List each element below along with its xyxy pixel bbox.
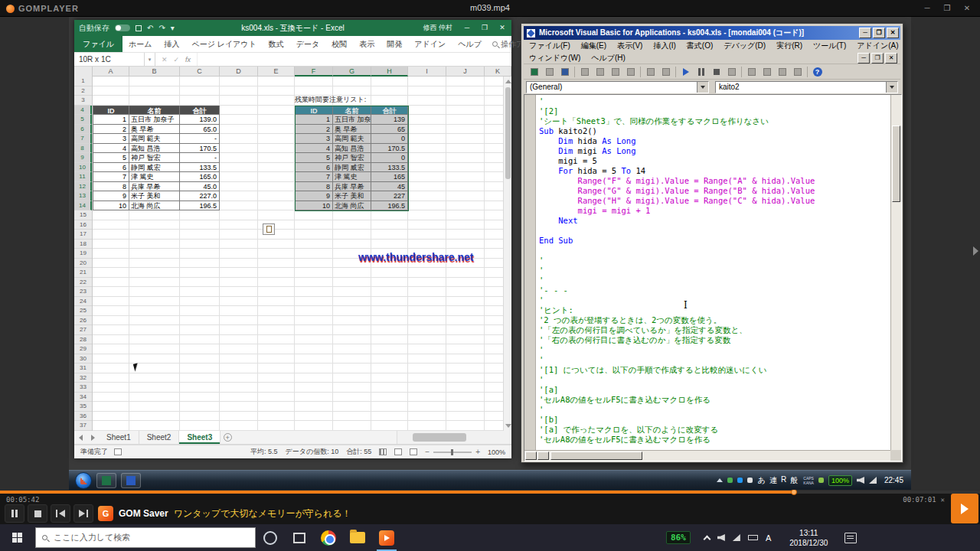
table-cell[interactable]: 1 — [295, 115, 333, 125]
ime-item-3[interactable]: R — [780, 475, 787, 486]
ribbon-tab-8[interactable]: 表示 — [353, 36, 381, 52]
table-cell[interactable]: 米子 美和 — [129, 191, 180, 201]
select-all-corner[interactable] — [74, 67, 93, 77]
table-cell[interactable]: 8 — [93, 182, 129, 192]
tray-app-icon[interactable] — [727, 478, 733, 483]
table-cell[interactable]: 10 — [295, 201, 333, 211]
column-header-H[interactable]: H — [371, 67, 408, 77]
find-icon[interactable] — [623, 66, 638, 79]
table-cell[interactable]: 高知 昌浩 — [333, 144, 371, 154]
row-header-12[interactable]: 12 — [74, 182, 92, 192]
code-editor[interactable]: ''[2]'シート「Sheet3」で、同様の作業をするマクロを作りなさいSub … — [539, 96, 887, 450]
table-cell[interactable]: 津 篤史 — [333, 172, 371, 182]
ribbon-tab-3[interactable]: 挿入 — [158, 36, 185, 52]
ime-item-4[interactable]: 般 — [789, 475, 799, 486]
row-header-11[interactable]: 11 — [74, 172, 92, 182]
break-icon[interactable] — [694, 66, 708, 79]
table-cell[interactable]: 神戸 智宏 — [129, 153, 180, 163]
table-cell[interactable]: 45 — [371, 182, 408, 192]
table-cell[interactable]: 165.0 — [180, 172, 220, 182]
table-cell[interactable]: 227 — [371, 191, 408, 201]
project-explorer-icon[interactable] — [744, 66, 759, 79]
table-cell[interactable]: 5 — [93, 153, 129, 163]
column-header-G[interactable]: G — [333, 67, 371, 77]
table-cell[interactable]: 3 — [295, 134, 333, 144]
scrollbar-thumb[interactable] — [892, 126, 900, 202]
excel-minimize-button[interactable]: ─ — [459, 20, 475, 36]
row-header-6[interactable]: 6 — [74, 125, 92, 135]
row-header-32[interactable]: 32 — [74, 373, 92, 383]
code-line-12[interactable]: migi = migi + 1 — [539, 206, 887, 216]
win7-clock[interactable]: 22:45 — [881, 476, 903, 484]
row-header-33[interactable]: 33 — [74, 383, 92, 393]
table-cell[interactable]: 227.0 — [180, 191, 220, 201]
task-view-button[interactable] — [285, 524, 314, 551]
ribbon-tab-11[interactable]: ヘルプ — [452, 36, 488, 52]
table-cell[interactable]: 10 — [93, 201, 129, 211]
vba-menu-item-1[interactable]: ファイル(F) — [524, 40, 576, 52]
insert-function-icon[interactable]: fx — [185, 56, 191, 64]
table-cell[interactable]: 奥 早希 — [129, 125, 180, 135]
table-cell[interactable]: 高知 昌浩 — [129, 144, 180, 154]
sheet-nav-right[interactable] — [87, 431, 99, 444]
code-window[interactable]: ''[2]'シート「Sheet3」で、同様の作業をするマクロを作りなさいSub … — [524, 94, 902, 461]
table-cell[interactable]: 65.0 — [180, 125, 220, 135]
table-cell[interactable]: 兵庫 早希 — [333, 182, 371, 192]
table-cell[interactable]: 6 — [295, 163, 333, 173]
battery-percentage-badge[interactable]: 86% — [666, 531, 691, 544]
code-line-1[interactable]: ' — [539, 96, 887, 106]
excel-restore-button[interactable]: ❐ — [477, 20, 492, 36]
win7-start-button[interactable] — [75, 472, 92, 489]
code-line-28[interactable]: '[1] については、以下の手順で作成すると比較的迷いにくい — [539, 365, 887, 375]
ime-indicator[interactable]: A — [766, 533, 771, 543]
cancel-entry-icon[interactable]: ✕ — [162, 56, 168, 64]
code-line-3[interactable]: 'シート「Sheet3」で、同様の作業をするマクロを作りなさい — [539, 116, 887, 126]
table-cell[interactable]: 米子 美和 — [333, 191, 371, 201]
page-layout-view-icon[interactable] — [394, 448, 402, 455]
code-line-32[interactable]: ' — [539, 405, 887, 415]
resize-corner[interactable] — [890, 450, 901, 461]
ribbon-tab-10[interactable]: アドイン — [408, 36, 452, 52]
row-header-9[interactable]: 9 — [74, 153, 92, 163]
table-cell[interactable]: 65 — [371, 125, 408, 135]
row-header-30[interactable]: 30 — [74, 354, 92, 364]
add-sheet-button[interactable]: + — [220, 431, 234, 444]
start-button[interactable] — [0, 524, 35, 551]
row-header-36[interactable]: 36 — [74, 412, 92, 422]
code-line-5[interactable]: Dim hida As Long — [539, 136, 887, 146]
taskbar-search-box[interactable]: ここに入力して検索 — [35, 527, 256, 548]
vba-menu-item-w2[interactable]: ヘルプ(H) — [586, 52, 631, 64]
row-header-5[interactable]: 5 — [74, 115, 92, 125]
table-cell[interactable]: 6 — [93, 163, 129, 173]
column-header-D[interactable]: D — [220, 67, 258, 77]
table-cell[interactable]: 8 — [295, 182, 333, 192]
table-cell[interactable]: 北海 尚広 — [333, 201, 371, 211]
zoom-slider[interactable] — [433, 452, 472, 453]
code-line-2[interactable]: '[2] — [539, 106, 887, 116]
name-box-dropdown-icon[interactable]: ▾ — [145, 53, 155, 66]
dropdown-arrow-icon[interactable] — [886, 82, 897, 93]
redo-icon[interactable] — [658, 66, 673, 79]
win7-battery-indicator[interactable]: 100% — [828, 475, 852, 486]
excel-vertical-scrollbar[interactable] — [503, 77, 511, 431]
win7-taskbar-vba-icon[interactable] — [121, 473, 141, 488]
table-cell[interactable]: 170.5 — [371, 144, 408, 154]
gom-panel-tab-icon[interactable] — [973, 246, 978, 256]
row-header-17[interactable]: 17 — [74, 230, 92, 240]
code-window-minimize-button[interactable]: ─ — [858, 53, 870, 64]
code-line-27[interactable]: ' — [539, 355, 887, 365]
row-header-27[interactable]: 27 — [74, 325, 92, 335]
confirm-entry-icon[interactable]: ✓ — [174, 56, 180, 64]
scroll-down-icon[interactable] — [505, 424, 511, 428]
properties-window-icon[interactable] — [760, 66, 774, 79]
table-cell[interactable]: - — [180, 134, 220, 144]
table-cell[interactable]: 高岡 範夫 — [129, 134, 180, 144]
table-cell[interactable]: 北海 尚広 — [129, 201, 180, 211]
tray-app-icon[interactable] — [737, 478, 743, 483]
code-line-6[interactable]: Dim migi As Long — [539, 146, 887, 156]
code-line-15[interactable]: End Sub — [539, 236, 887, 246]
row-header-10[interactable]: 10 — [74, 163, 92, 173]
save-icon[interactable] — [557, 66, 572, 79]
code-line-16[interactable] — [539, 246, 887, 256]
table-cell[interactable]: 五日市 加奈子 — [333, 115, 371, 125]
